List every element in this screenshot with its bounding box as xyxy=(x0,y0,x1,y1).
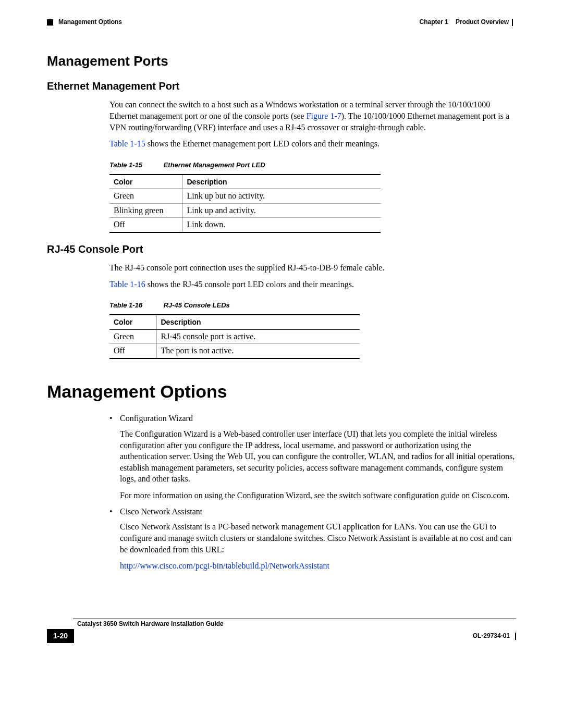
bullet-config-wizard: • Configuration Wizard xyxy=(120,413,516,424)
table15-title: Ethernet Management Port LED xyxy=(164,161,265,169)
cell-color: Off xyxy=(109,344,156,359)
th-description: Description xyxy=(182,175,381,189)
bullet-title: Configuration Wizard xyxy=(120,414,193,423)
cisco-assistant-link[interactable]: http://www.cisco.com/pcgi-bin/tablebuild… xyxy=(120,561,329,570)
header-chapter-label: Chapter 1 xyxy=(420,18,448,27)
cisco-assistant-para-1: Cisco Network Assistant is a PC-based ne… xyxy=(120,521,516,555)
text: shows the RJ-45 console port LED colors … xyxy=(145,280,354,289)
footer-end-bar-icon xyxy=(515,633,516,640)
table16-title: RJ-45 Console LEDs xyxy=(164,301,230,309)
cell-desc: Link up but no activity. xyxy=(182,189,381,203)
table15-label: Table 1-15 xyxy=(109,161,162,170)
footer-doc-number: OL-29734-01 xyxy=(473,632,510,640)
ethernet-para-2: Table 1-15 shows the Ethernet management… xyxy=(109,138,516,150)
cell-desc: RJ-45 console port is active. xyxy=(156,329,360,344)
table-row: Blinking green Link up and activity. xyxy=(109,203,381,218)
table-ethernet-led: Color Description Green Link up but no a… xyxy=(109,174,381,233)
table-row: Off The port is not active. xyxy=(109,344,360,359)
th-color: Color xyxy=(109,315,156,329)
th-color: Color xyxy=(109,175,182,189)
table-link[interactable]: Table 1-16 xyxy=(109,280,145,289)
bullet-icon: • xyxy=(109,413,113,424)
cisco-assistant-link-para: http://www.cisco.com/pcgi-bin/tablebuild… xyxy=(120,560,516,572)
cell-color: Green xyxy=(109,189,182,203)
table15-caption: Table 1-15 Ethernet Management Port LED xyxy=(109,161,516,170)
bullet-icon: • xyxy=(109,507,113,517)
figure-link[interactable]: Figure 1-7 xyxy=(307,112,341,120)
table-row: Green RJ-45 console port is active. xyxy=(109,329,360,344)
heading-rj45-port: RJ-45 Console Port xyxy=(47,242,516,256)
header-marker-icon xyxy=(47,19,53,26)
config-wizard-para-2: For more information on using the Config… xyxy=(120,490,516,501)
text: shows the Ethernet management port LED c… xyxy=(145,139,380,148)
cell-color: Green xyxy=(109,329,156,344)
bullet-title: Cisco Network Assistant xyxy=(120,507,202,516)
footer-guide-title: Catalyst 3650 Switch Hardware Installati… xyxy=(77,620,516,628)
cell-desc: Link up and activity. xyxy=(182,203,381,218)
cell-color: Off xyxy=(109,218,182,232)
page-footer: Catalyst 3650 Switch Hardware Installati… xyxy=(47,619,516,643)
header-section: Management Options xyxy=(58,18,122,27)
heading-management-options: Management Options xyxy=(47,380,516,403)
rj45-para-2: Table 1-16 shows the RJ-45 console port … xyxy=(109,279,516,290)
th-description: Description xyxy=(156,315,360,329)
page-header: Management Options Chapter 1 Product Ove… xyxy=(47,18,516,27)
header-divider-icon xyxy=(512,19,513,26)
config-wizard-para-1: The Configuration Wizard is a Web-based … xyxy=(120,428,516,485)
table-rj45-led: Color Description Green RJ-45 console po… xyxy=(109,314,360,359)
table-header-row: Color Description xyxy=(109,175,381,189)
cell-desc: The port is not active. xyxy=(156,344,360,359)
bullet-cisco-assistant: • Cisco Network Assistant xyxy=(120,507,516,517)
table-row: Green Link up but no activity. xyxy=(109,189,381,203)
header-right: Chapter 1 Product Overview xyxy=(420,18,516,27)
heading-management-ports: Management Ports xyxy=(47,53,516,70)
header-left: Management Options xyxy=(47,18,122,27)
rj45-para-1: The RJ-45 console port connection uses t… xyxy=(109,262,516,274)
table-row: Off Link down. xyxy=(109,218,381,232)
footer-rule xyxy=(73,619,516,619)
ethernet-para-1: You can connect the switch to a host suc… xyxy=(109,99,516,133)
table-link[interactable]: Table 1-15 xyxy=(109,139,145,148)
table16-label: Table 1-16 xyxy=(109,301,162,310)
footer-bottom-row: 1-20 OL-29734-01 xyxy=(47,629,516,643)
table-header-row: Color Description xyxy=(109,315,360,329)
page-number-badge: 1-20 xyxy=(47,629,74,643)
table16-caption: Table 1-16 RJ-45 Console LEDs xyxy=(109,301,516,310)
heading-ethernet-port: Ethernet Management Port xyxy=(47,79,516,93)
header-chapter-title: Product Overview xyxy=(456,18,509,27)
cell-desc: Link down. xyxy=(182,218,381,232)
footer-title-row: Catalyst 3650 Switch Hardware Installati… xyxy=(47,620,516,628)
cell-color: Blinking green xyxy=(109,203,182,218)
